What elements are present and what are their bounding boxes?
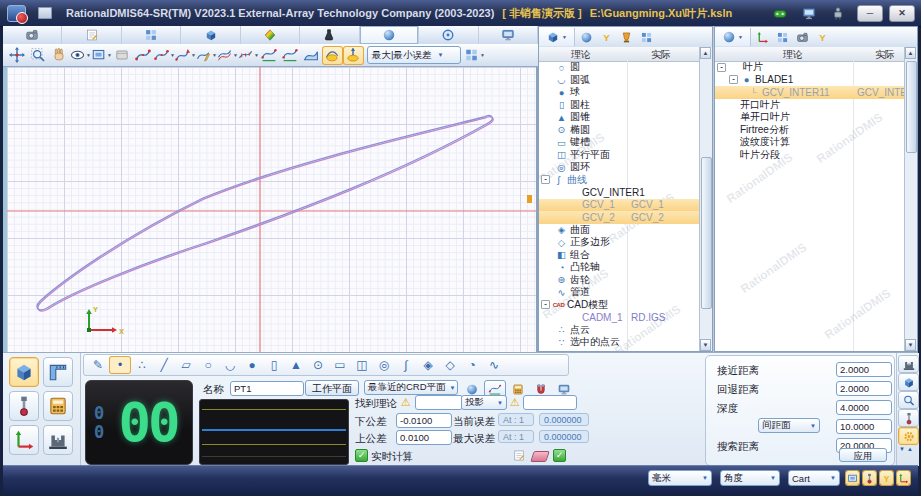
- column-theory[interactable]: 理论: [783, 48, 803, 62]
- feature-filter-icon[interactable]: [578, 29, 595, 46]
- alignment-icon[interactable]: [754, 29, 771, 46]
- status-datum-icon[interactable]: [880, 471, 893, 485]
- ellipse-icon[interactable]: ⊙: [307, 356, 329, 374]
- scroll-thumb[interactable]: [701, 157, 712, 309]
- line-icon[interactable]: ╱: [153, 356, 175, 374]
- curve-create-tool[interactable]: [133, 46, 154, 65]
- status-probe-icon[interactable]: [863, 471, 876, 485]
- pan-tool[interactable]: [7, 46, 28, 65]
- feature-tree-scrollbar[interactable]: ▲ ▼: [699, 47, 712, 351]
- projection-input[interactable]: [523, 395, 577, 410]
- inspect-panel-button[interactable]: [898, 391, 919, 409]
- selection-handle[interactable]: [527, 195, 532, 203]
- cam-icon[interactable]: ◔: [461, 356, 483, 374]
- report-grid-icon[interactable]: [774, 29, 791, 46]
- plane-icon[interactable]: ▱: [175, 356, 197, 374]
- tree-item[interactable]: ▯ 圆柱: [539, 99, 700, 112]
- settings-panel-button[interactable]: [898, 427, 919, 445]
- crd-plane-dropdown[interactable]: 最靠近的CRD平面 ▼: [364, 380, 458, 395]
- snapshot-icon[interactable]: [794, 29, 811, 46]
- graphics-viewport[interactable]: Y X: [3, 67, 536, 352]
- tree-item[interactable]: ◎ 圆环: [539, 161, 700, 174]
- tab-document[interactable]: [62, 26, 121, 44]
- hand-tool[interactable]: [49, 46, 70, 65]
- sphere-icon[interactable]: ●: [241, 356, 263, 374]
- depth-input[interactable]: [836, 400, 892, 415]
- tree-item[interactable]: ⊛ 齿轮: [539, 274, 700, 287]
- found-theory-input[interactable]: [415, 395, 463, 410]
- measure-workspace-button[interactable]: [9, 357, 39, 387]
- scroll-down-icon[interactable]: ▼: [905, 339, 916, 351]
- machine-panel-button[interactable]: [898, 355, 919, 373]
- polygon-icon[interactable]: ◇: [439, 356, 461, 374]
- upper-tolerance-input[interactable]: [396, 430, 452, 445]
- tree-item[interactable]: ◫ 平行平面: [539, 149, 700, 162]
- error-display-settings[interactable]: ▼: [464, 46, 485, 65]
- tab-disc[interactable]: [419, 26, 478, 44]
- tree-item[interactable]: 单开口叶片: [715, 111, 905, 124]
- scroll-thumb[interactable]: [906, 61, 917, 153]
- lower-tolerance-input[interactable]: [396, 413, 452, 428]
- curve-compare-tool[interactable]: [259, 46, 280, 65]
- curve-offset-tool[interactable]: [301, 46, 322, 65]
- tree-item[interactable]: └ GCV_INTER11 GCV_INTER11: [715, 86, 905, 99]
- edit-note-icon[interactable]: [511, 448, 527, 462]
- tab-capture[interactable]: [3, 26, 62, 44]
- tab-solids[interactable]: [181, 26, 240, 44]
- tab-probe[interactable]: [300, 26, 359, 44]
- tree-item[interactable]: 开口叶片: [715, 99, 905, 112]
- unit-dropdown[interactable]: 毫米 ▼: [648, 470, 712, 486]
- pipe-icon[interactable]: ∿: [483, 356, 505, 374]
- parallel-planes-icon[interactable]: ◫: [351, 356, 373, 374]
- circle-icon[interactable]: ○: [197, 356, 219, 374]
- tab-curve[interactable]: [360, 26, 419, 44]
- tree-item[interactable]: GCV_2 GCV_2: [539, 211, 700, 224]
- scroll-up-icon[interactable]: ▲: [905, 47, 916, 59]
- cylinder-icon[interactable]: ▯: [263, 356, 285, 374]
- tree-item[interactable]: GCV_INTER1: [539, 186, 700, 199]
- tree-item[interactable]: ⊙ 椭圆: [539, 124, 700, 137]
- curve-section-tool[interactable]: ▼: [217, 46, 238, 65]
- close-button[interactable]: ✕: [889, 5, 915, 22]
- dock-scroll-arrows[interactable]: ▼▲: [899, 446, 915, 452]
- curve-edit-tool[interactable]: ▼: [154, 46, 175, 65]
- tree-expander-icon[interactable]: -: [541, 175, 550, 184]
- curve-error-vector-tool[interactable]: [343, 46, 364, 65]
- realtime-checkbox[interactable]: ✓: [355, 449, 368, 462]
- probe-panel-button[interactable]: [898, 409, 919, 427]
- tab-machine[interactable]: [479, 26, 538, 44]
- list-view-icon[interactable]: [638, 29, 655, 46]
- machine-button[interactable]: [43, 425, 73, 455]
- tree-item[interactable]: - CAD CAD模型: [539, 299, 700, 312]
- tree-item[interactable]: ▲ 圆锥: [539, 111, 700, 124]
- column-theory[interactable]: 理论: [571, 48, 591, 62]
- tree-item[interactable]: - ● BLADE1: [715, 74, 905, 87]
- tree-item[interactable]: ∵ 选中的点云: [539, 336, 700, 349]
- retract-distance-input[interactable]: [836, 381, 892, 396]
- remote-monitor-icon[interactable]: [799, 6, 819, 21]
- tree-item[interactable]: GCV_1 GCV_1: [539, 199, 700, 212]
- app-icon[interactable]: [7, 5, 26, 22]
- point-set-icon[interactable]: ∴: [131, 356, 153, 374]
- tree-item[interactable]: CADM_1 RD.IGS: [539, 311, 700, 324]
- status-axes-icon[interactable]: [897, 471, 910, 485]
- curve-nominal-tool[interactable]: [280, 46, 301, 65]
- tree-item[interactable]: Firtree分析: [715, 124, 905, 137]
- robot-link-icon[interactable]: [828, 6, 848, 21]
- fit-view-tool[interactable]: ▼: [91, 46, 112, 65]
- scroll-up-icon[interactable]: ▲: [700, 47, 711, 59]
- coordinate-dropdown[interactable]: Cart ▼: [788, 470, 840, 486]
- visibility-tool[interactable]: ▼: [70, 46, 91, 65]
- tree-item[interactable]: ◈ 曲面: [539, 224, 700, 237]
- tree-item[interactable]: - 叶片: [715, 61, 905, 74]
- cone-icon[interactable]: ▲: [285, 356, 307, 374]
- surface-icon[interactable]: ◈: [417, 356, 439, 374]
- tree-item[interactable]: 叶片分段: [715, 149, 905, 162]
- datum-icon[interactable]: [598, 29, 615, 46]
- quick-menu-icon[interactable]: [38, 7, 52, 19]
- measure-mode-icon[interactable]: ✎: [87, 356, 109, 374]
- tree-item[interactable]: ◧ 组合: [539, 249, 700, 262]
- tab-table[interactable]: [122, 26, 181, 44]
- probe-button[interactable]: [9, 391, 39, 421]
- tab-tolerance[interactable]: [241, 26, 300, 44]
